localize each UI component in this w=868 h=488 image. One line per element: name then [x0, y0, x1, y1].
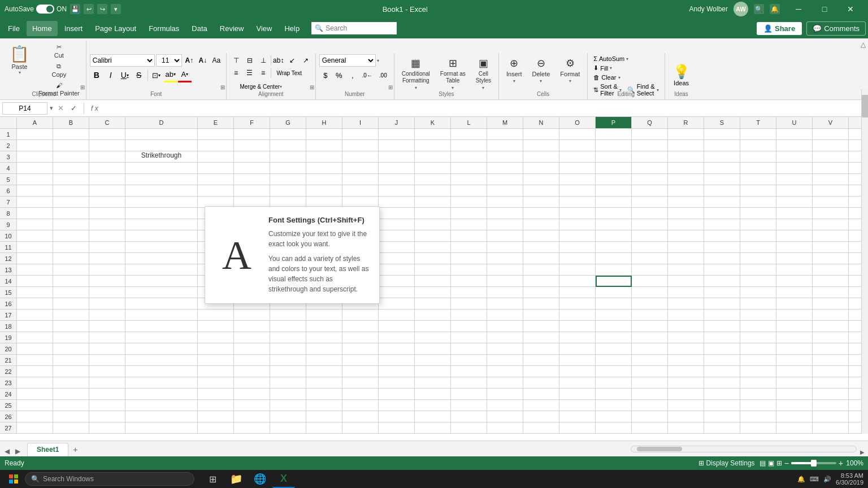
cell-T4[interactable] — [740, 163, 776, 174]
col-header-J[interactable]: J — [379, 117, 415, 128]
cell-N22[interactable] — [523, 366, 559, 377]
paste-button[interactable]: 📋 Paste ▾ — [6, 42, 33, 78]
cell-E4[interactable] — [198, 163, 234, 174]
cell-J20[interactable] — [379, 343, 415, 355]
row-header-2[interactable]: 2 — [0, 140, 16, 151]
cell-M14[interactable] — [487, 276, 523, 287]
cell-A25[interactable] — [17, 400, 53, 411]
cell-S14[interactable] — [704, 276, 740, 287]
cell-D16[interactable] — [125, 298, 198, 310]
col-header-E[interactable]: E — [198, 117, 234, 128]
close-button[interactable]: ✕ — [837, 0, 863, 18]
cell-C12[interactable] — [89, 253, 125, 264]
zoom-percent[interactable]: 100% — [845, 459, 863, 467]
cell-A11[interactable] — [17, 242, 53, 253]
cell-A20[interactable] — [17, 343, 53, 355]
cell-T2[interactable] — [740, 140, 776, 151]
row-header-8[interactable]: 8 — [0, 208, 16, 219]
cell-L7[interactable] — [451, 197, 487, 208]
cell-B12[interactable] — [53, 253, 89, 264]
cell-N26[interactable] — [523, 411, 559, 422]
cell-R5[interactable] — [668, 174, 704, 185]
cell-I3[interactable] — [342, 151, 379, 163]
highlight-button[interactable]: ab▾ — [164, 68, 177, 80]
cell-Q16[interactable] — [632, 298, 668, 310]
cell-J5[interactable] — [379, 174, 415, 185]
cell-I22[interactable] — [342, 366, 379, 377]
col-header-O[interactable]: O — [559, 117, 596, 128]
cell-T21[interactable] — [740, 355, 776, 366]
cell-E24[interactable] — [198, 389, 234, 400]
cell-S9[interactable] — [704, 219, 740, 230]
cell-E26[interactable] — [198, 411, 234, 422]
cell-S10[interactable] — [704, 230, 740, 242]
cell-E25[interactable] — [198, 400, 234, 411]
taskbar-search[interactable]: 🔍 Search Windows — [25, 472, 194, 486]
cell-M27[interactable] — [487, 422, 523, 434]
cell-F25[interactable] — [234, 400, 270, 411]
cell-B7[interactable] — [53, 197, 89, 208]
cell-N23[interactable] — [523, 377, 559, 389]
cell-V10[interactable] — [813, 230, 849, 242]
decimal-decrease-button[interactable]: .00 — [376, 69, 390, 81]
cell-S13[interactable] — [704, 264, 740, 276]
underline-button[interactable]: U ▾ — [118, 69, 132, 81]
cell-G17[interactable] — [270, 310, 306, 321]
cell-U8[interactable] — [776, 208, 813, 219]
cell-M11[interactable] — [487, 242, 523, 253]
cell-M5[interactable] — [487, 174, 523, 185]
cell-L21[interactable] — [451, 355, 487, 366]
cell-H17[interactable] — [306, 310, 342, 321]
cell-M6[interactable] — [487, 185, 523, 197]
redo-icon[interactable]: ↪ — [97, 4, 107, 14]
cell-P19[interactable] — [596, 332, 632, 343]
cell-J2[interactable] — [379, 140, 415, 151]
cell-E20[interactable] — [198, 343, 234, 355]
cell-H19[interactable] — [306, 332, 342, 343]
cell-C8[interactable] — [89, 208, 125, 219]
cell-O24[interactable] — [559, 389, 596, 400]
notifications-icon[interactable]: 🔔 — [770, 4, 780, 14]
cell-M19[interactable] — [487, 332, 523, 343]
cell-Q14[interactable] — [632, 276, 668, 287]
border-button[interactable]: ⊡▾ — [150, 69, 163, 81]
cell-O2[interactable] — [559, 140, 596, 151]
cell-G3[interactable] — [270, 151, 306, 163]
menu-review[interactable]: Review — [214, 21, 250, 36]
cell-S1[interactable] — [704, 129, 740, 140]
cell-V15[interactable] — [813, 287, 849, 298]
cell-D26[interactable] — [125, 411, 198, 422]
cell-U5[interactable] — [776, 174, 813, 185]
cell-G21[interactable] — [270, 355, 306, 366]
align-middle-button[interactable]: ⊟ — [244, 54, 256, 67]
cell-P25[interactable] — [596, 400, 632, 411]
cell-B23[interactable] — [53, 377, 89, 389]
cell-N3[interactable] — [523, 151, 559, 163]
cell-B6[interactable] — [53, 185, 89, 197]
cell-H24[interactable] — [306, 389, 342, 400]
change-case-button[interactable]: Aa — [210, 54, 223, 67]
cell-S18[interactable] — [704, 321, 740, 332]
cell-A2[interactable] — [17, 140, 53, 151]
cell-G19[interactable] — [270, 332, 306, 343]
decimal-increase-button[interactable]: .0← — [360, 69, 375, 81]
font-color-button[interactable]: A▾ — [178, 68, 192, 80]
text-direction-button[interactable]: ab↕ — [272, 54, 285, 67]
cell-N1[interactable] — [523, 129, 559, 140]
cell-K10[interactable] — [415, 230, 451, 242]
cell-J14[interactable] — [379, 276, 415, 287]
cell-G23[interactable] — [270, 377, 306, 389]
cell-O25[interactable] — [559, 400, 596, 411]
row-header-9[interactable]: 9 — [0, 219, 16, 230]
cell-M23[interactable] — [487, 377, 523, 389]
cell-C4[interactable] — [89, 163, 125, 174]
cell-C19[interactable] — [89, 332, 125, 343]
cell-A12[interactable] — [17, 253, 53, 264]
cell-H21[interactable] — [306, 355, 342, 366]
cell-B17[interactable] — [53, 310, 89, 321]
col-header-F[interactable]: F — [234, 117, 270, 128]
cell-A10[interactable] — [17, 230, 53, 242]
view-page-break-icon[interactable]: ⊞ — [776, 459, 782, 467]
cell-V26[interactable] — [813, 411, 849, 422]
cell-P27[interactable] — [596, 422, 632, 434]
